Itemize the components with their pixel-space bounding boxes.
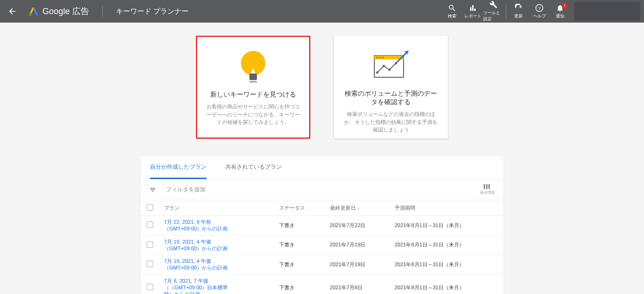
table-row: 7月 22, 2021, 9 午前（GMT+09:00）からの計画下書き2021…: [140, 216, 504, 236]
discover-keywords-card[interactable]: 新しいキーワードを見つける お客様の商品やサービスに関心を持つユーザーへのリーチ…: [196, 36, 310, 139]
svg-point-12: [380, 57, 381, 58]
row-checkbox[interactable]: [147, 221, 153, 228]
discover-card-desc: お客様の商品やサービスに関心を持つユーザーへのリーチにつながる、キーワードの候補…: [206, 103, 301, 126]
row-updated: 2021年7月19日: [325, 235, 390, 255]
svg-rect-10: [374, 56, 404, 59]
col-status[interactable]: ステータス: [274, 200, 325, 216]
brand-text: Google 広告: [42, 6, 89, 17]
svg-rect-2: [472, 5, 474, 11]
row-period: 2021年8月1日～31日（来月）: [390, 274, 504, 294]
col-updated[interactable]: 最終更新日↓: [325, 200, 390, 216]
svg-point-13: [382, 57, 384, 58]
row-checkbox[interactable]: [147, 284, 153, 290]
account-switcher[interactable]: [574, 2, 640, 21]
table-row: 7月 8, 2021, 7 午後（（GMT+09:00）日本標準時）からの計画下…: [140, 274, 504, 294]
svg-point-0: [29, 13, 32, 16]
chart-forecast-icon: [370, 44, 412, 87]
plan-link[interactable]: 7月 19, 2021, 4 午後（GMT+09:00）からの計画: [164, 258, 235, 271]
google-ads-logo-icon: [28, 6, 39, 16]
svg-point-11: [377, 57, 378, 58]
tab-my-plans[interactable]: 自分が作成したプラン: [150, 156, 206, 179]
discover-card-title: 新しいキーワードを見つける: [210, 90, 296, 99]
svg-rect-20: [488, 184, 490, 189]
row-updated: 2021年7月8日: [325, 274, 390, 294]
table-row: 7月 19, 2021, 4 午後（GMT+09:00）からの計画下書き2021…: [140, 255, 504, 275]
plan-link[interactable]: 7月 8, 2021, 7 午後（（GMT+09:00）日本標準時）からの計画: [164, 278, 235, 294]
row-status: 下書き: [274, 216, 325, 236]
reports-tool[interactable]: レポート: [462, 0, 483, 22]
tools-tool[interactable]: ツールと設定: [483, 0, 504, 22]
svg-rect-19: [486, 184, 487, 189]
app-header: Google 広告 キーワード プランナー 検索レポートツールと設定 更新?ヘル…: [0, 0, 644, 23]
header-divider: [102, 6, 103, 17]
col-plan[interactable]: プラン: [159, 200, 274, 216]
svg-text:?: ?: [538, 5, 541, 10]
plan-link[interactable]: 7月 19, 2021, 4 午後（GMT+09:00）からの計画: [164, 238, 235, 252]
row-checkbox[interactable]: [147, 241, 153, 248]
brand-block: Google 広告: [28, 6, 89, 17]
sort-desc-icon: ↓: [358, 205, 360, 211]
plans-panel: 自分が作成したプラン 共有されているプラン フィルタを追加 表示項目 プラン ス…: [140, 156, 504, 294]
refresh-icon: [514, 4, 523, 12]
page-title: キーワード プランナー: [116, 7, 189, 16]
columns-icon: [484, 184, 491, 189]
forecast-card[interactable]: 検索のボリュームと予測のデータを確認する 検索ボリュームなどの過去の指標のほか、…: [334, 36, 448, 139]
tab-shared-plans[interactable]: 共有されているプラン: [225, 156, 282, 179]
row-updated: 2021年7月19日: [325, 255, 390, 275]
row-status: 下書き: [274, 235, 325, 255]
columns-label: 表示項目: [480, 190, 495, 195]
back-button[interactable]: [4, 3, 21, 20]
svg-point-17: [395, 62, 397, 65]
svg-rect-1: [470, 7, 471, 11]
tools-separator: [506, 4, 506, 18]
forecast-card-title: 検索のボリュームと予測のデータを確認する: [342, 90, 439, 106]
tools-icon: [489, 0, 498, 9]
forecast-card-desc: 検索ボリュームなどの過去の指標のほか、そうした指標の効果に関する予測を確認しまし…: [342, 110, 439, 134]
row-period: 2021年8月1日～31日（来月）: [390, 216, 504, 236]
reports-icon: [469, 4, 477, 12]
svg-point-14: [376, 72, 379, 74]
plan-link[interactable]: 7月 22, 2021, 9 午前（GMT+09:00）からの計画: [164, 219, 235, 232]
row-updated: 2021年7月22日: [325, 216, 390, 236]
columns-toggle[interactable]: 表示項目: [480, 184, 495, 195]
col-period[interactable]: 予測期間: [390, 200, 504, 216]
row-status: 下書き: [274, 255, 325, 275]
svg-rect-7: [249, 74, 257, 80]
plans-table: プラン ステータス 最終更新日↓ 予測期間 7月 22, 2021, 9 午前（…: [140, 200, 504, 294]
table-row: 7月 19, 2021, 4 午後（GMT+09:00）からの計画下書き2021…: [140, 235, 504, 255]
search-icon: [448, 4, 456, 12]
svg-rect-18: [484, 184, 485, 189]
row-period: 2021年8月1日～31日（来月）: [390, 235, 504, 255]
lightbulb-icon: [232, 45, 274, 88]
row-period: 2021年8月1日～31日（来月）: [390, 255, 504, 275]
notification-badge: !: [562, 3, 568, 8]
search-tool[interactable]: 検索: [442, 0, 462, 22]
help-icon: ?: [535, 4, 544, 12]
svg-rect-8: [249, 81, 257, 82]
row-checkbox[interactable]: [147, 261, 153, 267]
svg-rect-3: [474, 8, 476, 11]
filter-icon[interactable]: [149, 186, 157, 194]
add-filter[interactable]: フィルタを追加: [166, 186, 206, 194]
select-all-checkbox[interactable]: [147, 204, 153, 211]
refresh-tool[interactable]: 更新: [508, 4, 529, 19]
svg-point-15: [383, 65, 385, 67]
svg-point-16: [388, 69, 391, 71]
help-tool[interactable]: ?ヘルプ: [529, 4, 550, 19]
notifications-tool[interactable]: 通知!: [550, 4, 570, 19]
row-status: 下書き: [274, 274, 325, 294]
